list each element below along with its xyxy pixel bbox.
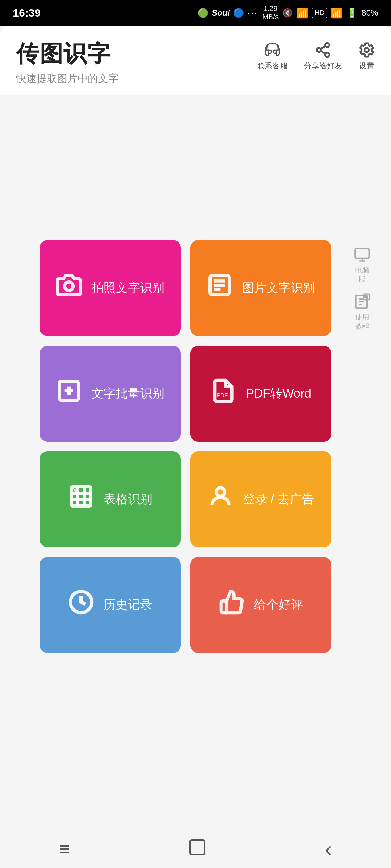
svg-point-3: [317, 48, 321, 52]
rate-label: 给个好评: [254, 596, 303, 613]
bottom-nav: ≡ ‹: [0, 830, 391, 868]
svg-point-7: [365, 48, 369, 52]
photo-ocr-label: 拍照文字识别: [91, 279, 164, 297]
app-icon-2: 🔵: [233, 8, 244, 18]
home-button[interactable]: [188, 838, 207, 861]
menu-button[interactable]: ≡: [59, 838, 70, 860]
login-ad-label: 登录 / 去广告: [243, 491, 314, 507]
app-icon-soul: Soul: [212, 8, 230, 18]
history-button[interactable]: 历史记录: [40, 557, 181, 653]
header-actions: 联系客服 分享给好友 设置: [257, 38, 375, 71]
spacer-bottom: [0, 734, 391, 830]
svg-point-23: [216, 488, 225, 496]
svg-text:PDF: PDF: [217, 393, 227, 399]
headset-icon: [264, 41, 281, 58]
table-ocr-label: 表格识别: [104, 491, 152, 507]
contact-service-button[interactable]: 联系客服: [257, 41, 288, 71]
grid-container: 拍照文字识别 图片文字识别: [0, 159, 391, 734]
user-icon: [208, 484, 233, 515]
svg-point-2: [325, 43, 330, 47]
settings-button[interactable]: 设置: [358, 41, 375, 71]
contact-service-label: 联系客服: [257, 61, 288, 71]
settings-label: 设置: [359, 61, 374, 71]
battery-icon: 🔋: [346, 8, 358, 18]
svg-line-6: [321, 46, 326, 49]
photo-ocr-button[interactable]: 拍照文字识别: [40, 240, 181, 336]
mute-icon: 🔇: [282, 8, 292, 18]
spacer-top: [0, 95, 391, 159]
svg-point-4: [325, 53, 330, 57]
share-button[interactable]: 分享给好友: [304, 41, 342, 71]
image-ocr-button[interactable]: 图片文字识别: [190, 240, 331, 336]
rate-button[interactable]: 给个好评: [190, 557, 331, 653]
gear-icon: [358, 41, 375, 58]
square-icon: [188, 838, 207, 857]
side-panel: 电脑版 使用教程: [354, 240, 370, 653]
image-text-icon: [207, 272, 232, 304]
plus-square-icon: [56, 378, 82, 410]
svg-point-0: [268, 50, 272, 54]
svg-point-8: [65, 282, 74, 290]
pdf-word-label: PDF转Word: [246, 385, 311, 402]
svg-rect-25: [355, 249, 369, 258]
svg-line-5: [321, 51, 326, 54]
svg-rect-35: [190, 840, 204, 854]
thumbsup-icon: [219, 589, 245, 621]
tutorial-label: 使用教程: [355, 313, 369, 331]
pdf-icon: PDF: [211, 378, 236, 410]
tutorial-icon: [354, 293, 370, 310]
function-grid: 拍照文字识别 图片文字识别: [21, 240, 351, 653]
batch-ocr-button[interactable]: 文字批量识别: [40, 346, 181, 442]
battery-percent: 80%: [362, 8, 378, 18]
batch-ocr-label: 文字批量识别: [91, 385, 164, 402]
back-button[interactable]: ‹: [325, 836, 332, 862]
status-time: 16:39: [13, 7, 41, 19]
desktop-version-label: 电脑版: [355, 266, 369, 284]
grid-wrapper: 拍照文字识别 图片文字识别: [21, 240, 370, 653]
desktop-version-button[interactable]: 电脑版: [354, 246, 370, 284]
pdf-word-button[interactable]: PDF PDF转Word: [190, 346, 331, 442]
more-icon: ···: [247, 7, 257, 18]
history-label: 历史记录: [104, 596, 152, 613]
hd-badge: HD: [312, 8, 327, 18]
excel-icon: X: [68, 484, 94, 515]
status-right: 🟢 Soul 🔵 ··· 1.29MB/s 🔇 📶 HD 📶 🔋 80%: [197, 4, 378, 22]
page-subtitle: 快速提取图片中的文字: [16, 72, 119, 86]
monitor-icon: [354, 246, 370, 263]
status-system-icons: 1.29MB/s 🔇 📶 HD 📶 🔋 80%: [262, 4, 378, 22]
tutorial-button[interactable]: 使用教程: [354, 293, 370, 331]
page-title: 传图识字: [16, 38, 119, 69]
header: 传图识字 快速提取图片中的文字 联系客服: [0, 26, 391, 95]
status-app-icons: 🟢 Soul 🔵 ···: [197, 7, 257, 18]
share-icon: [315, 41, 331, 58]
main-content: 传图识字 快速提取图片中的文字 联系客服: [0, 26, 391, 868]
clock-icon: [68, 589, 94, 621]
image-ocr-label: 图片文字识别: [242, 279, 315, 297]
header-title-area: 传图识字 快速提取图片中的文字: [16, 38, 119, 86]
camera-icon: [56, 272, 82, 304]
svg-text:X: X: [73, 487, 77, 493]
svg-point-1: [273, 50, 277, 54]
status-bar: 16:39 🟢 Soul 🔵 ··· 1.29MB/s 🔇 📶 HD 📶 🔋 8…: [0, 0, 391, 26]
login-ad-button[interactable]: 登录 / 去广告: [190, 451, 331, 547]
share-label: 分享给好友: [304, 61, 342, 71]
speed-indicator: 1.29MB/s: [262, 4, 279, 22]
wifi-icon: 📶: [331, 7, 343, 19]
signal-icon: 📶: [297, 7, 308, 19]
table-ocr-button[interactable]: X 表格识别: [40, 451, 181, 547]
app-icon-1: 🟢: [197, 8, 208, 18]
